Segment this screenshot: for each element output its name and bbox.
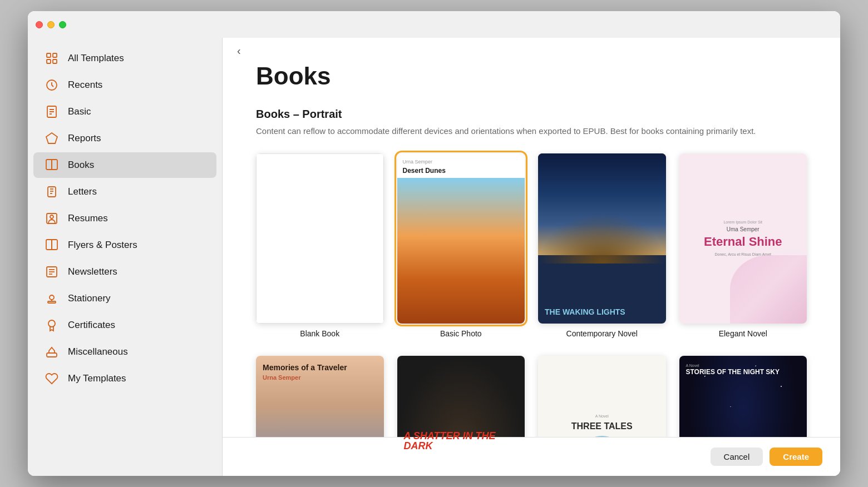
memories-title: Memories of a Traveler [263,364,377,372]
back-button[interactable]: ‹ [233,42,245,59]
template-name-basic-photo: Basic Photo [440,329,482,338]
template-thumb-elegant-novel: Lorem Ipsum Dolor Sit Uma Semper Eternal… [679,153,807,324]
grid-icon [45,51,59,66]
app-window: All Templates Recents Basic Reports [28,11,840,476]
titlebar [28,11,840,38]
content-area: Books Books – Portrait Content can reflo… [223,38,840,476]
templates-grid-row1: Blank Book Urna Semper Desert Dunes Basi… [256,153,807,338]
sidebar-item-recents[interactable]: Recents [33,72,216,98]
sidebar-label-letters: Letters [68,186,97,197]
memories-author: Urna Semper [263,374,377,381]
diamond-icon [45,131,59,146]
sidebar-item-stationery[interactable]: Stationery [33,286,216,311]
template-name-elegant-novel: Elegant Novel [719,329,767,338]
ribbon-icon [45,318,59,332]
sidebar-label-basic: Basic [68,106,91,117]
sidebar-label-newsletters: Newsletters [68,266,117,277]
minimize-button[interactable] [47,21,55,28]
sidebar: All Templates Recents Basic Reports [28,11,223,476]
svg-rect-0 [47,53,51,57]
doc-lines-icon [45,265,59,279]
sidebar-item-flyers-posters[interactable]: Flyers & Posters [33,232,216,258]
section-title: Books – Portrait [256,108,807,121]
svg-marker-9 [46,133,57,143]
sidebar-item-books[interactable]: Books [33,152,216,178]
sidebar-label-resumes: Resumes [68,213,108,224]
page-title: Books [256,62,807,90]
desert-author: Urna Semper [397,153,525,167]
template-item-elegant-novel[interactable]: Lorem Ipsum Dolor Sit Uma Semper Eternal… [679,153,807,338]
scroll-icon [45,185,59,199]
sidebar-item-newsletters[interactable]: Newsletters [33,259,216,285]
sidebar-item-all-templates[interactable]: All Templates [33,46,216,71]
sidebar-label-miscellaneous: Miscellaneous [68,346,128,357]
book-open-icon [45,238,59,252]
stamp-icon [45,291,59,306]
svg-point-20 [50,295,54,300]
main-content: ‹ Books Books – Portrait Content can ref… [223,11,840,476]
bottom-bar: Cancel Create [223,437,840,476]
sidebar-item-reports[interactable]: Reports [33,126,216,151]
sidebar-label-all-templates: All Templates [68,53,124,64]
sidebar-label-flyers-posters: Flyers & Posters [68,240,137,251]
template-name-blank-book: Blank Book [300,329,339,338]
sidebar-item-my-templates[interactable]: My Templates [33,366,216,391]
template-thumb-basic-photo: Urna Semper Desert Dunes [397,153,525,324]
maximize-button[interactable] [59,21,66,28]
sidebar-label-books: Books [68,160,94,171]
cancel-button[interactable]: Cancel [711,448,763,466]
template-name-contemporary-novel: Contemporary Novel [566,329,638,338]
sidebar-item-letters[interactable]: Letters [33,179,216,205]
elegant-title: Eternal Shine [704,236,782,248]
svg-point-15 [50,215,53,218]
traffic-lights [36,21,66,28]
desert-title: Desert Dunes [397,167,525,178]
elegant-lorem: Lorem Ipsum Dolor Sit [723,220,762,224]
shatter-title: A SHATTER IN THE DARK [404,431,519,451]
stories-label: A Novel [686,364,801,367]
contemporary-title: THE WAKING LIGHTS [545,308,659,316]
person-badge-icon [45,211,59,226]
svg-rect-10 [48,187,56,197]
sidebar-item-basic[interactable]: Basic [33,99,216,125]
template-item-contemporary-novel[interactable]: THE WAKING LIGHTS Contemporary Novel [538,153,666,338]
sidebar-item-miscellaneous[interactable]: Miscellaneous [33,339,216,365]
sidebar-label-reports: Reports [68,133,101,144]
sidebar-item-resumes[interactable]: Resumes [33,206,216,231]
svg-rect-3 [53,59,57,63]
close-button[interactable] [36,21,43,28]
template-item-basic-photo[interactable]: Urna Semper Desert Dunes Basic Photo [397,153,525,338]
section-description: Content can reflow to accommodate differ… [256,125,757,138]
book-icon [45,158,59,172]
sidebar-label-stationery: Stationery [68,293,111,304]
tray-icon [45,345,59,359]
clock-icon [45,78,59,92]
sidebar-label-recents: Recents [68,79,102,91]
elegant-author: Uma Semper [727,226,760,232]
sidebar-label-my-templates: My Templates [68,373,126,384]
svg-rect-21 [48,301,56,303]
template-thumb-blank-book [256,153,384,324]
sidebar-label-certificates: Certificates [68,320,115,331]
template-thumb-contemporary-novel: THE WAKING LIGHTS [538,153,666,324]
stories-title: STORIES OF THE NIGHT SKY [686,369,801,376]
three-tales-title: THREE TALES [571,421,633,431]
svg-point-23 [48,320,55,327]
create-button[interactable]: Create [770,448,822,466]
three-tales-label: A Novel [595,414,609,418]
sidebar-list: All Templates Recents Basic Reports [28,38,222,399]
doc-text-icon [45,105,59,119]
sidebar-item-certificates[interactable]: Certificates [33,312,216,338]
heart-icon [45,371,59,386]
svg-rect-1 [53,53,57,57]
template-item-blank-book[interactable]: Blank Book [256,153,384,338]
svg-rect-2 [47,59,51,63]
svg-rect-24 [47,353,57,357]
